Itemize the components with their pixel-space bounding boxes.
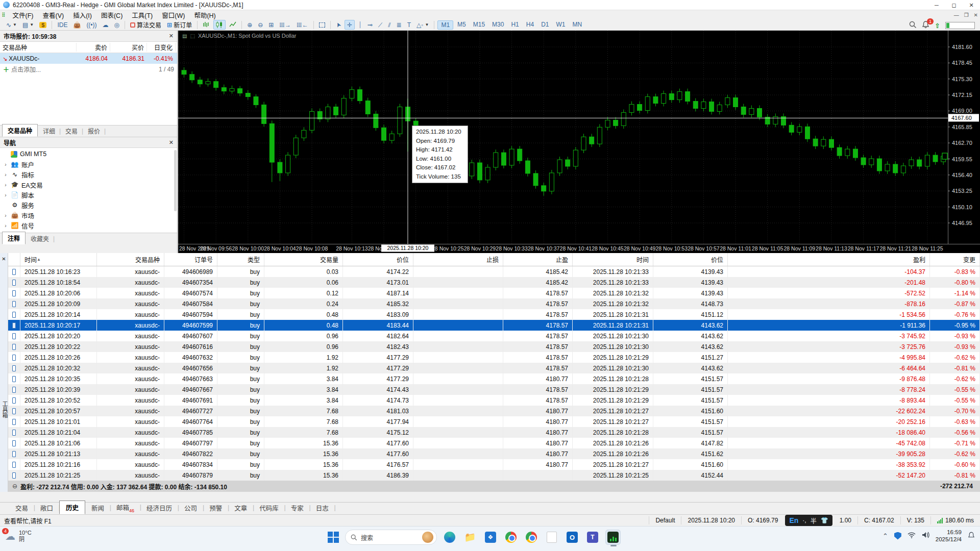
hidden-icons-chevron[interactable]: ⌃ [883,532,888,540]
chart-window[interactable]: ▤ ⬚ XAUUSDc-,M1: Spot Gold vs US Dollar … [178,31,980,253]
bar-chart-button[interactable] [201,20,212,30]
notification-center-icon[interactable] [968,532,975,540]
finance-button[interactable]: $ [37,20,48,30]
navigator-item-4[interactable]: ⚙服务 [0,200,177,210]
upgrade-arrow-icon[interactable]: ⇧ [935,22,940,30]
toolbox-tab-3[interactable]: 新闻| [85,502,110,514]
history-row[interactable]: 2025.11.28 10:20:52xauusdc-494607691buy3… [8,395,980,406]
history-row[interactable]: 2025.11.28 10:20:06xauusdc-494607574buy0… [8,288,980,298]
navigator-item-0[interactable]: ›👥账户 [0,159,177,169]
navigator-tab-0[interactable]: 注释 [2,232,26,244]
minimize-button[interactable]: ─ [928,0,945,10]
history-header-4[interactable]: 交易量 [264,253,343,266]
taskbar-search-box[interactable]: 搜索 [345,530,437,545]
search-icon[interactable] [909,21,917,30]
navigator-close-icon[interactable]: ✕ [169,139,174,146]
navigator-scrollbar[interactable] [174,150,177,211]
profiles-button[interactable]: ▤▼ [20,20,36,30]
chart-style-button[interactable]: ∿▼ [4,20,19,30]
tile-windows-button[interactable]: ⊞ [266,20,276,30]
market-watch-close-icon[interactable]: ✕ [169,33,174,39]
timeframe-h4-button[interactable]: H4 [523,20,537,30]
timeframe-m30-button[interactable]: M30 [489,20,507,30]
maximize-button[interactable]: ◻ [945,0,963,10]
chart-shift-button[interactable]: 𝍖→ [277,20,293,30]
history-row[interactable]: 2025.11.28 10:20:32xauusdc-494607656buy1… [8,363,980,373]
navigator-item-6[interactable]: ›📶信号 [0,220,177,231]
status-profile[interactable]: Default [649,516,681,524]
expand-chevron-icon[interactable]: › [3,172,8,178]
chrome-icon[interactable] [503,530,519,545]
history-row[interactable]: 2025.11.28 10:20:14xauusdc-494607594buy0… [8,309,980,320]
toolbox-tab-0[interactable]: 交易| [9,502,34,514]
auto-scroll-button[interactable]: 𝍖← [295,20,310,30]
menu-item-3[interactable]: 图表(C) [96,10,127,20]
mdi-restore-button[interactable]: ❐ [964,12,969,18]
zoom-in-button[interactable]: ⊕ [245,20,254,30]
mdi-close-button[interactable]: ✕ [974,12,978,18]
notes-icon[interactable] [544,530,559,545]
toolbox-tab-1[interactable]: 敞口| [34,502,59,514]
market-watch-row-xauusdc[interactable]: ↘XAUUSDc- 4186.04 4186.31 -0.41% [0,53,177,64]
history-row[interactable]: 2025.11.28 10:20:57xauusdc-494607727buy7… [8,406,980,416]
ime-punctuation-indicator[interactable]: ·, [802,517,806,524]
ime-skin-icon[interactable]: 👕 [821,517,828,524]
menu-item-5[interactable]: 窗口(W) [157,10,189,20]
toolbox-tab-8[interactable]: 文章| [228,502,253,514]
history-row[interactable]: 2025.11.28 10:21:13xauusdc-494607822buy1… [8,448,980,459]
navigator-item-2[interactable]: ›🎓EA交易 [0,180,177,190]
timeframe-mn-button[interactable]: MN [569,20,585,30]
expand-chevron-icon[interactable]: › [3,213,8,218]
history-header-2[interactable]: 订单号 [164,253,217,266]
shapes-button[interactable]: △◦▼ [414,20,431,30]
history-row[interactable]: 2025.11.28 10:20:17xauusdc-494607599buy0… [8,320,980,331]
timeframe-h1-button[interactable]: H1 [508,20,522,30]
menu-item-6[interactable]: 帮助(H) [189,10,220,20]
history-row[interactable]: 2025.11.28 10:21:16xauusdc-494607834buy1… [8,459,980,470]
mt5-icon[interactable] [605,530,621,545]
candlestick-chart[interactable]: 4181.604178.454175.304172.154169.004165.… [178,31,980,253]
history-row[interactable]: 2025.11.28 10:20:35xauusdc-494607663buy3… [8,373,980,384]
ime-language-bar[interactable]: En ·, 半 👕 [785,515,832,526]
outlook-icon[interactable]: O [565,530,580,545]
mdi-minimize-button[interactable]: — [954,12,959,18]
chrome-profile-icon[interactable] [524,530,539,545]
history-header-8[interactable]: 时间 [573,253,653,266]
history-row[interactable]: 2025.11.28 10:21:01xauusdc-494607764buy7… [8,416,980,427]
taskbar-clock[interactable]: 16:592025/12/4 [936,529,962,543]
toolbox-tab-11[interactable]: 日志| [310,502,335,514]
toolbox-close-icon[interactable]: ✕ [0,253,8,262]
object-selection-button[interactable] [317,20,327,30]
candlestick-chart-button[interactable] [213,20,226,30]
expand-chevron-icon[interactable]: › [3,162,8,167]
timeframe-m1-button[interactable]: M1 [437,20,453,30]
timeframe-m15-button[interactable]: M15 [470,20,488,30]
toolbox-vertical-label[interactable]: 工具箱 [1,401,9,418]
history-header-5[interactable]: 价位 [343,253,413,266]
wifi-icon[interactable] [908,532,916,540]
start-button[interactable] [327,531,340,544]
weather-widget[interactable]: ☁4 10°C阴 [5,530,32,543]
history-row[interactable]: 2025.11.28 10:20:26xauusdc-494607632buy1… [8,352,980,363]
expand-chevron-icon[interactable]: › [3,182,8,188]
close-button[interactable]: ✕ [963,0,980,10]
market-watch-tab-1[interactable]: 详细| [38,125,60,137]
horizontal-line-button[interactable]: ⊸ [365,20,375,30]
trendline-button[interactable]: ⟋ [376,20,384,30]
menu-item-0[interactable]: 文件(F) [8,10,38,20]
toolbox-tab-6[interactable]: 公司| [178,502,203,514]
history-row[interactable]: 2025.11.28 10:20:22xauusdc-494607616buy0… [8,341,980,352]
file-explorer-icon[interactable]: 📁 [462,530,478,545]
teams-icon[interactable]: T [585,530,600,545]
toolbox-tab-4[interactable]: 邮箱46| [110,501,140,515]
defender-shield-icon[interactable] [894,532,901,540]
fibonacci-button[interactable]: ≣ [395,20,404,30]
navigator-item-1[interactable]: ›∿指标 [0,169,177,180]
history-row[interactable]: 2025.11.28 10:18:54xauusdc-494607354buy0… [8,277,980,288]
history-header-11[interactable]: 变更 [930,253,980,266]
navigator-item-5[interactable]: ›👜市场 [0,210,177,220]
timeframe-m5-button[interactable]: M5 [454,20,469,30]
line-chart-button[interactable] [227,20,238,30]
market-watch-tab-3[interactable]: 报价| [83,125,105,137]
toolbox-tab-9[interactable]: 代码库| [253,502,285,514]
